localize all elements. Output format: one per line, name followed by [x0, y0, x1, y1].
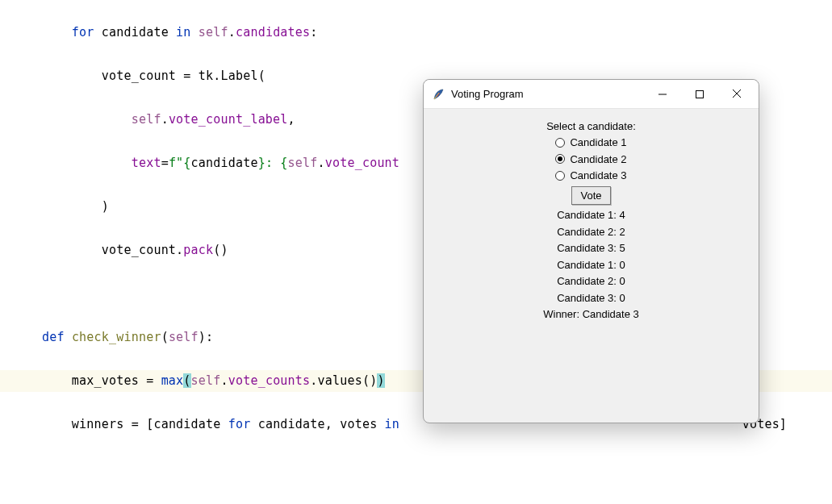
count-label: Candidate 3: 0	[424, 292, 759, 304]
radio-label: Candidate 3	[570, 169, 626, 181]
paren: (	[258, 69, 265, 83]
attr: candidates	[236, 25, 310, 40]
radio-row-2[interactable]: Candidate 3	[424, 169, 759, 181]
radio-row-1[interactable]: Candidate 2	[424, 153, 759, 165]
id: winners	[72, 417, 124, 431]
svg-rect-1	[696, 90, 704, 98]
self: self	[132, 112, 161, 127]
paren: ()	[213, 243, 228, 257]
id: candidate	[258, 417, 325, 431]
comma: ,	[288, 112, 295, 127]
tkinter-window[interactable]: Voting Program Select a candidate: Candi…	[423, 79, 759, 423]
radio-row-0[interactable]: Candidate 1	[424, 136, 759, 148]
method: values	[318, 373, 362, 388]
maximize-button[interactable]	[681, 82, 718, 106]
kw-for: for	[72, 25, 94, 40]
count-label: Candidate 1: 0	[424, 259, 759, 271]
op: = tk.	[183, 69, 220, 83]
count-label: Candidate 1: 4	[424, 209, 759, 221]
paren: )	[102, 199, 109, 214]
op: = [	[123, 417, 153, 431]
radio-icon[interactable]	[555, 154, 565, 164]
window-title: Voting Program	[451, 88, 644, 100]
str: f"	[169, 156, 183, 170]
count-label: Candidate 3: 5	[424, 242, 759, 254]
attr: text	[132, 156, 161, 170]
minimize-button[interactable]	[644, 82, 681, 106]
paren-hl: (	[183, 373, 190, 388]
close-button[interactable]	[718, 82, 755, 106]
kw-in: in	[176, 25, 190, 40]
cls: Label	[220, 69, 257, 83]
attr: vote_count	[325, 156, 399, 170]
id: vote_count	[102, 243, 176, 257]
window-body: Select a candidate: Candidate 1 Candidat…	[424, 109, 759, 320]
paren: ()	[362, 373, 377, 388]
id: candidate	[191, 156, 258, 170]
id: vote_count	[102, 69, 176, 83]
paren: ):	[199, 330, 213, 344]
vote-button[interactable]: Vote	[571, 186, 610, 205]
titlebar[interactable]: Voting Program	[424, 80, 759, 109]
op: =	[161, 156, 169, 170]
count-label: Candidate 2: 0	[424, 275, 759, 287]
comma: ,	[325, 417, 340, 431]
winner-label: Winner: Candidate 3	[424, 308, 759, 320]
self: self	[288, 156, 318, 170]
self: self	[169, 330, 199, 344]
prompt-label: Select a candidate:	[424, 120, 759, 132]
paren-hl: )	[377, 373, 384, 388]
self: self	[191, 373, 221, 388]
radio-icon[interactable]	[555, 171, 565, 181]
str: {	[183, 156, 190, 170]
kw-def: def	[42, 330, 65, 344]
count-label: Candidate 2: 2	[424, 226, 759, 238]
op: =	[139, 373, 161, 388]
attr: pack	[183, 243, 213, 257]
radio-label: Candidate 1	[570, 136, 626, 148]
self: self	[199, 25, 228, 40]
kw-in: in	[385, 417, 399, 431]
builtin: max	[161, 373, 184, 388]
feather-icon	[432, 88, 445, 101]
str: }	[258, 156, 265, 170]
id: votes	[340, 417, 377, 431]
fn: check_winner	[72, 330, 161, 344]
attr: vote_count_label	[169, 112, 288, 127]
id: max_votes	[72, 373, 139, 388]
kw-for: for	[228, 417, 251, 431]
str: :	[265, 156, 280, 170]
attr: vote_counts	[228, 373, 311, 388]
id: candidate	[102, 25, 169, 40]
id: candidate	[153, 417, 220, 431]
paren: (	[161, 330, 169, 344]
radio-icon[interactable]	[555, 138, 565, 148]
str: {	[280, 156, 287, 170]
radio-label: Candidate 2	[570, 153, 626, 165]
